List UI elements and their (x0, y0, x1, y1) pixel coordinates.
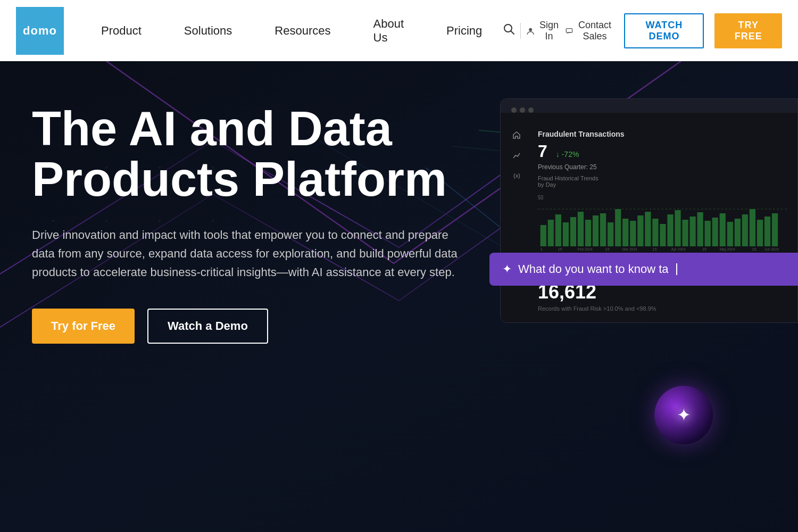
logo[interactable]: domo (16, 7, 64, 55)
svg-rect-23 (570, 217, 576, 246)
home-icon (511, 130, 522, 140)
try-free-button[interactable]: TRY FREE (714, 13, 782, 48)
search-icon (503, 23, 515, 35)
svg-text:Jun 2024: Jun 2024 (764, 247, 779, 251)
sign-in-button[interactable]: Sign In (526, 20, 560, 42)
svg-text:(x): (x) (513, 172, 520, 179)
svg-text:Apr 2024: Apr 2024 (671, 247, 686, 252)
svg-rect-20 (548, 220, 554, 246)
svg-rect-26 (593, 215, 598, 246)
svg-rect-44 (727, 222, 733, 246)
svg-text:Feb 2024: Feb 2024 (578, 247, 593, 251)
svg-rect-29 (615, 209, 621, 246)
svg-rect-48 (757, 220, 763, 246)
svg-rect-47 (750, 209, 755, 246)
svg-rect-36 (667, 214, 673, 246)
svg-rect-45 (735, 219, 741, 246)
svg-rect-34 (652, 219, 658, 246)
svg-text:15: 15 (702, 247, 706, 252)
fraud-number: 7 (538, 142, 547, 161)
hero-section: The AI and Data Products Platform Drive … (0, 61, 798, 532)
svg-rect-39 (689, 217, 695, 246)
svg-rect-43 (720, 213, 726, 246)
svg-rect-37 (675, 210, 680, 246)
globe-orb: ✦ (654, 386, 713, 444)
hero-subtext: Drive innovation and impact with tools t… (32, 226, 468, 282)
svg-rect-25 (585, 220, 591, 246)
hero-headline: The AI and Data Products Platform (32, 104, 511, 204)
nav-product[interactable]: Product (80, 24, 163, 38)
svg-rect-30 (622, 219, 628, 246)
nav-links: Product Solutions Resources About Us Pri… (80, 17, 503, 45)
svg-rect-22 (563, 222, 569, 246)
svg-point-2 (529, 28, 532, 31)
person-icon (526, 25, 535, 37)
svg-rect-50 (772, 213, 778, 246)
svg-rect-33 (645, 212, 651, 246)
nav-resources[interactable]: Resources (253, 24, 352, 38)
ai-search-text: What do you want to know ta (518, 262, 669, 276)
svg-text:15: 15 (605, 247, 609, 252)
big-number-desc: Records with Fraud Risk >10.0% and <98.9… (538, 305, 787, 312)
chat-icon (566, 25, 573, 37)
svg-rect-41 (705, 221, 711, 246)
navbar: domo Product Solutions Resources About U… (0, 0, 798, 61)
chart-icon (511, 150, 522, 161)
nav-right: Sign In Contact Sales WATCH DEMO TRY FRE… (503, 13, 782, 48)
search-button[interactable] (503, 23, 515, 38)
svg-text:1: 1 (541, 247, 543, 252)
hero-try-free-button[interactable]: Try for Free (32, 309, 135, 344)
nav-solutions[interactable]: Solutions (163, 24, 254, 38)
contact-sales-label: Contact Sales (576, 20, 614, 42)
svg-text:15: 15 (558, 247, 562, 252)
svg-rect-27 (600, 213, 606, 246)
svg-text:15: 15 (752, 247, 756, 252)
svg-rect-3 (566, 28, 572, 32)
svg-text:May 2024: May 2024 (720, 247, 735, 252)
svg-text:Mar 2024: Mar 2024 (622, 247, 637, 251)
svg-rect-24 (578, 212, 584, 246)
svg-line-1 (511, 31, 514, 34)
svg-rect-31 (630, 221, 636, 246)
contact-sales-button[interactable]: Contact Sales (566, 20, 613, 42)
nav-divider (520, 23, 521, 39)
svg-rect-21 (555, 214, 561, 246)
fraud-trend-label: Fraud Historical Trends by Day (538, 175, 787, 188)
dashboard-panel: (x) Fraudulent Transactions 7 ↓ -72% Pre… (500, 98, 798, 323)
nav-about[interactable]: About Us (352, 17, 426, 45)
svg-rect-42 (712, 218, 718, 246)
svg-rect-35 (660, 224, 666, 246)
globe-sparkle-icon: ✦ (677, 405, 691, 425)
watch-demo-button[interactable]: WATCH DEMO (624, 13, 704, 48)
svg-rect-40 (697, 212, 703, 246)
sparkle-icon: ✦ (502, 262, 512, 276)
hero-content: The AI and Data Products Platform Drive … (32, 104, 511, 344)
svg-rect-28 (608, 222, 613, 246)
svg-rect-46 (742, 214, 748, 246)
hero-headline-line1: The AI and Data (32, 102, 392, 155)
hero-watch-demo-button[interactable]: Watch a Demo (147, 309, 268, 344)
nav-pricing[interactable]: Pricing (425, 24, 503, 38)
ai-cursor (676, 263, 677, 275)
sign-in-label: Sign In (538, 20, 560, 42)
nav-icon-group: Sign In Contact Sales (503, 20, 613, 42)
fraud-change: ↓ -72% (556, 150, 579, 159)
logo-text: domo (23, 24, 57, 38)
hero-dashboard: (x) Fraudulent Transactions 7 ↓ -72% Pre… (479, 82, 798, 497)
svg-rect-49 (764, 217, 770, 246)
svg-text:15: 15 (652, 247, 656, 252)
svg-rect-38 (682, 220, 688, 246)
hero-buttons: Try for Free Watch a Demo (32, 309, 511, 344)
hero-headline-line2: Products Platform (32, 153, 447, 206)
fraud-title: Fraudulent Transactions (538, 130, 787, 138)
formula-icon: (x) (511, 170, 522, 181)
ai-search-overlay[interactable]: ✦ What do you want to know ta (489, 253, 798, 286)
svg-text:50: 50 (538, 195, 543, 201)
fraud-chart: 50 (538, 193, 787, 252)
svg-rect-19 (541, 225, 546, 246)
svg-rect-32 (637, 215, 643, 246)
fraud-prev-quarter: Previous Quarter: 25 (538, 163, 787, 171)
